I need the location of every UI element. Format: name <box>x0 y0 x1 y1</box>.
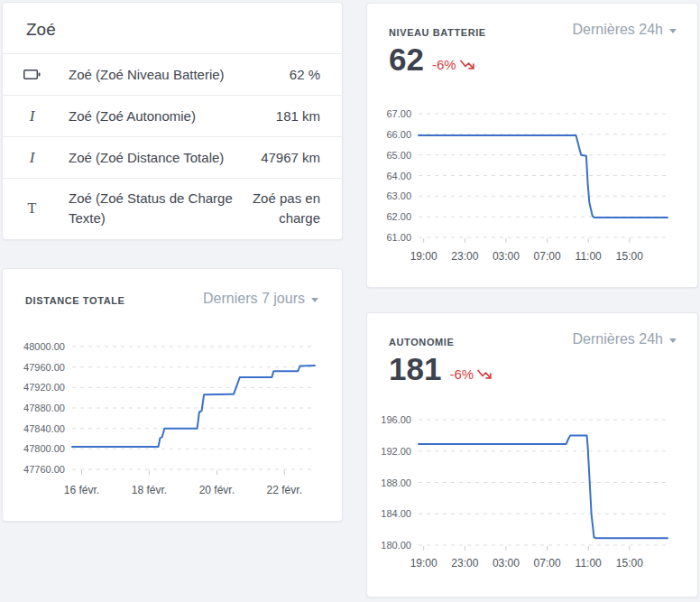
svg-text:22 févr.: 22 févr. <box>267 484 302 496</box>
svg-text:47920.00: 47920.00 <box>23 382 65 393</box>
svg-text:23:00: 23:00 <box>451 557 478 570</box>
italic-i-icon: I <box>23 107 41 125</box>
svg-text:11:00: 11:00 <box>576 250 602 263</box>
time-range-label: Dernières 24h <box>573 331 664 347</box>
svg-text:63.00: 63.00 <box>386 190 411 201</box>
svg-text:47880.00: 47880.00 <box>23 403 65 413</box>
svg-text:11:00: 11:00 <box>576 557 602 570</box>
distance-chart-card: DISTANCE TOTALE Derniers 7 jours 48000.0… <box>2 268 343 522</box>
battery-chart-card: NIVEAU BATTERIE Dernières 24h 62 -6% 67.… <box>366 3 698 288</box>
card-title: DISTANCE TOTALE <box>25 295 124 306</box>
entity-label: Zoé (Zoé Autonomie) <box>69 107 247 126</box>
entity-value: 62 % <box>247 65 320 85</box>
italic-i-icon: I <box>23 149 41 167</box>
time-range-label: Dernières 24h <box>573 22 664 38</box>
chevron-down-icon <box>669 29 677 33</box>
time-range-dropdown[interactable]: Dernières 24h <box>573 22 677 38</box>
kpi-row: 181 -6% <box>389 353 493 384</box>
delta-badge: -6% <box>432 57 475 72</box>
battery-icon <box>23 69 41 79</box>
svg-text:192.00: 192.00 <box>381 446 411 457</box>
svg-text:66.00: 66.00 <box>386 129 411 140</box>
svg-text:07:00: 07:00 <box>534 250 561 263</box>
svg-text:19:00: 19:00 <box>410 557 438 570</box>
svg-text:20 févr.: 20 févr. <box>199 484 235 496</box>
delta-value: -6% <box>449 366 474 382</box>
entity-label: Zoé (Zoé Niveau Batterie) <box>69 65 247 85</box>
trending-down-icon <box>477 368 493 380</box>
svg-text:47840.00: 47840.00 <box>23 423 65 434</box>
svg-text:67.00: 67.00 <box>386 108 411 119</box>
svg-text:184.00: 184.00 <box>381 508 411 519</box>
entity-value: 181 km <box>247 107 320 126</box>
svg-text:65.00: 65.00 <box>386 150 411 161</box>
svg-text:48000.00: 48000.00 <box>23 341 65 352</box>
entity-list-card: Zoé Zoé (Zoé Niveau Batterie) 62 % I Zoé… <box>2 2 343 240</box>
entity-row-battery: Zoé (Zoé Niveau Batterie) 62 % <box>3 53 342 95</box>
svg-text:07:00: 07:00 <box>534 557 561 570</box>
distance-line-chart: 48000.0047960.0047920.0047880.0047840.00… <box>3 323 344 517</box>
svg-text:47760.00: 47760.00 <box>23 464 65 475</box>
svg-text:16 févr.: 16 févr. <box>64 484 99 496</box>
delta-value: -6% <box>432 57 456 72</box>
card-title: NIVEAU BATTERIE <box>389 27 486 38</box>
chevron-down-icon <box>669 338 677 343</box>
autonomy-chart-card: AUTONOMIE Dernières 24h 181 -6% 196.0019… <box>366 312 698 597</box>
svg-text:03:00: 03:00 <box>493 250 520 263</box>
chevron-down-icon <box>311 298 318 302</box>
svg-text:15:00: 15:00 <box>616 250 643 263</box>
svg-text:196.00: 196.00 <box>381 414 411 425</box>
svg-text:03:00: 03:00 <box>493 557 520 570</box>
time-range-dropdown[interactable]: Derniers 7 jours <box>203 291 318 307</box>
time-range-label: Derniers 7 jours <box>203 291 305 307</box>
svg-text:23:00: 23:00 <box>451 250 478 263</box>
svg-text:15:00: 15:00 <box>616 557 643 570</box>
entity-row-autonomy: I Zoé (Zoé Autonomie) 181 km <box>3 95 342 136</box>
battery-value: 62 <box>389 43 424 75</box>
battery-line-chart: 67.0066.0065.0064.0063.0062.0061.0019:00… <box>367 88 699 282</box>
svg-text:62.00: 62.00 <box>386 211 411 222</box>
autonomy-line-chart: 196.00192.00188.00184.00180.0019:0023:00… <box>367 394 699 588</box>
trending-down-icon <box>460 59 475 70</box>
autonomy-value: 181 <box>389 353 441 384</box>
entity-label: Zoé (Zoé Status de Charge Texte) <box>69 189 247 228</box>
svg-text:18 févr.: 18 févr. <box>132 484 167 496</box>
time-range-dropdown[interactable]: Dernières 24h <box>573 331 677 347</box>
text-t-icon: T <box>23 200 41 217</box>
svg-text:188.00: 188.00 <box>381 477 411 488</box>
entity-row-distance: I Zoé (Zoé Distance Totale) 47967 km <box>3 136 342 178</box>
svg-text:47960.00: 47960.00 <box>23 362 65 373</box>
entity-value: 47967 km <box>247 148 320 168</box>
entity-value: Zoé pas en charge <box>247 189 320 228</box>
svg-text:64.00: 64.00 <box>386 171 411 181</box>
svg-text:47800.00: 47800.00 <box>23 443 65 454</box>
card-title: AUTONOMIE <box>389 337 454 347</box>
svg-text:61.00: 61.00 <box>386 232 411 243</box>
svg-text:180.00: 180.00 <box>381 540 411 551</box>
entity-row-charge-status: T Zoé (Zoé Status de Charge Texte) Zoé p… <box>3 178 342 237</box>
entity-label: Zoé (Zoé Distance Totale) <box>69 148 247 168</box>
delta-badge: -6% <box>449 366 493 382</box>
svg-text:19:00: 19:00 <box>410 250 438 263</box>
card-title: Zoé <box>3 3 342 53</box>
kpi-row: 62 -6% <box>389 43 475 75</box>
